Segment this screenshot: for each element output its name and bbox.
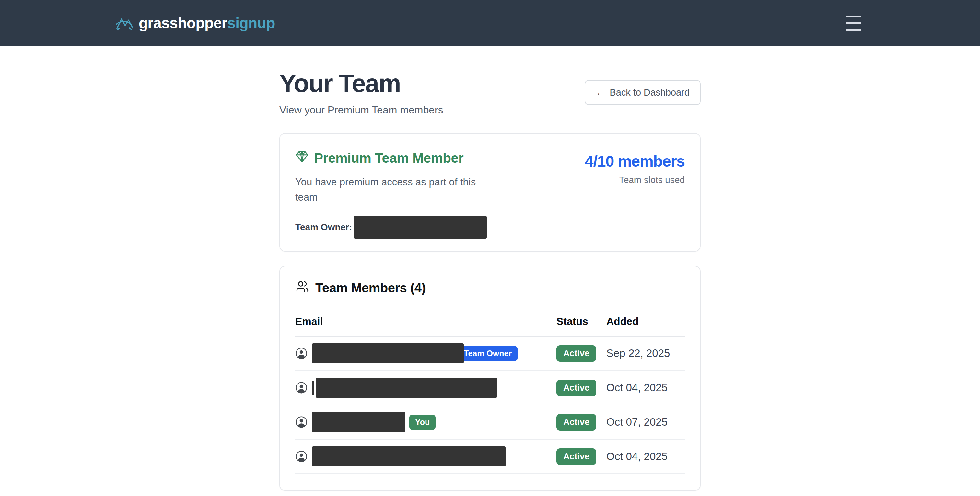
premium-card-title: Premium Team Member	[295, 150, 487, 167]
user-avatar-icon	[295, 347, 307, 359]
members-table: Email Status Added Team Owner	[295, 311, 685, 474]
member-row: Active Oct 04, 2025	[295, 371, 685, 405]
email-cell	[295, 378, 557, 398]
member-row: Active Oct 04, 2025	[295, 440, 685, 474]
premium-info: Premium Team Member You have premium acc…	[295, 150, 487, 239]
email-cell: Team Owner	[295, 343, 557, 364]
email-cell: You	[295, 412, 557, 432]
redacted-email-fragment	[312, 381, 314, 395]
team-owner-label: Team Owner:	[295, 222, 352, 233]
email-cell	[295, 447, 557, 467]
column-header-email: Email	[295, 316, 557, 327]
user-avatar-icon	[295, 450, 307, 463]
hamburger-menu-icon[interactable]	[846, 12, 861, 34]
main-content: Your Team View your Premium Team members…	[279, 69, 701, 491]
status-cell: Active	[557, 380, 606, 396]
brand-logo[interactable]: grasshoppersignup	[115, 14, 275, 32]
members-count: 4/10 members	[585, 152, 685, 170]
status-badge: Active	[557, 448, 596, 465]
page-subtitle: View your Premium Team members	[279, 104, 443, 116]
premium-description: You have premium access as part of this …	[295, 174, 483, 205]
redacted-email	[312, 343, 464, 364]
column-header-added: Added	[606, 316, 685, 327]
user-avatar-icon	[295, 381, 307, 394]
added-date: Sep 22, 2025	[606, 347, 685, 359]
table-header-row: Email Status Added	[295, 311, 685, 337]
member-row: You Active Oct 07, 2025	[295, 405, 685, 440]
back-to-dashboard-button[interactable]: ← Back to Dashboard	[585, 80, 701, 105]
added-date: Oct 07, 2025	[606, 416, 685, 428]
team-owner-badge: Team Owner	[458, 346, 517, 361]
redacted-email	[312, 447, 506, 467]
premium-member-card: Premium Team Member You have premium acc…	[279, 133, 701, 252]
status-cell: Active	[557, 414, 606, 431]
user-avatar-icon	[295, 416, 307, 428]
page-title: Your Team	[279, 69, 443, 98]
brand-name: grasshoppersignup	[139, 14, 275, 32]
added-date: Oct 04, 2025	[606, 381, 685, 394]
team-slots-summary: 4/10 members Team slots used	[585, 150, 685, 239]
status-badge: Active	[557, 380, 596, 396]
team-owner-row: Team Owner:	[295, 216, 487, 239]
redacted-email	[316, 378, 497, 398]
status-badge: Active	[557, 414, 596, 431]
page-header: Your Team View your Premium Team members…	[279, 69, 701, 116]
gem-icon	[295, 150, 309, 167]
status-badge: Active	[557, 345, 596, 362]
redacted-owner-name	[354, 216, 487, 239]
users-icon	[295, 280, 310, 296]
top-navigation-bar: grasshoppersignup	[0, 0, 980, 46]
team-members-card: Team Members (4) Email Status Added	[279, 266, 701, 491]
slots-caption: Team slots used	[585, 175, 685, 185]
team-members-title: Team Members (4)	[295, 280, 685, 296]
redacted-email	[312, 412, 406, 432]
grasshopper-icon	[115, 16, 134, 30]
added-date: Oct 04, 2025	[606, 450, 685, 463]
status-cell: Active	[557, 345, 606, 362]
column-header-status: Status	[557, 316, 606, 327]
left-arrow-icon: ←	[596, 87, 605, 98]
status-cell: Active	[557, 448, 606, 465]
member-row: Team Owner Active Sep 22, 2025	[295, 337, 685, 371]
you-badge: You	[409, 415, 436, 430]
page-title-block: Your Team View your Premium Team members	[279, 69, 443, 116]
